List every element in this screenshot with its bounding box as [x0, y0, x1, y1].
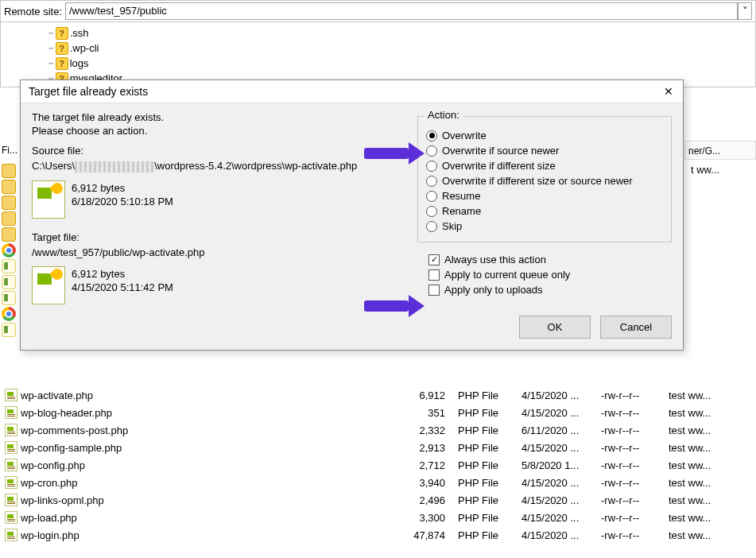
- radio-icon[interactable]: [426, 206, 437, 217]
- action-option[interactable]: Resume: [426, 190, 663, 202]
- file-type: PHP File: [453, 423, 517, 438]
- table-row[interactable]: wp-blog-header.php 351 PHP File 4/15/202…: [0, 404, 756, 421]
- php-file-icon: [5, 441, 17, 454]
- table-row[interactable]: wp-login.php 47,874 PHP File 4/15/2020 .…: [0, 526, 756, 544]
- source-file-path: C:\Users\\wordpress-5.4.2\wordpress\wp-a…: [32, 158, 409, 174]
- action-option-label: Overwrite if different size: [442, 160, 556, 172]
- file-modified: 4/15/2020 ...: [517, 510, 596, 525]
- redacted-text: [75, 161, 154, 172]
- table-row[interactable]: wp-links-opml.php 2,496 PHP File 4/15/20…: [0, 491, 756, 509]
- checkbox-icon[interactable]: [428, 285, 440, 296]
- file-name: wp-load.php: [21, 512, 77, 524]
- table-row[interactable]: wp-config-sample.php 2,913 PHP File 4/15…: [0, 439, 756, 456]
- radio-icon[interactable]: [426, 221, 437, 232]
- action-option[interactable]: Overwrite if different size or source ne…: [426, 175, 663, 187]
- radio-icon[interactable]: [426, 176, 437, 187]
- overwrite-dialog: Target file already exists ✕ The target …: [20, 79, 684, 351]
- file-permissions: -rw-r--r--: [596, 405, 664, 420]
- file-name: wp-comments-post.php: [21, 424, 128, 436]
- check-option[interactable]: Always use this action: [428, 254, 672, 265]
- file-modified: 6/11/2020 ...: [517, 423, 596, 438]
- php-file-icon: [5, 476, 17, 489]
- ok-button[interactable]: OK: [519, 316, 591, 339]
- file-owner: test ww...: [664, 510, 756, 525]
- file-name: wp-activate.php: [21, 389, 93, 401]
- folder-icon: [2, 180, 16, 194]
- file-name: wp-config-sample.php: [21, 442, 122, 454]
- dialog-title: Target file already exists: [29, 85, 148, 98]
- php-file-icon: [5, 511, 17, 524]
- table-row[interactable]: wp-cron.php 3,940 PHP File 4/15/2020 ...…: [0, 474, 756, 491]
- file-permissions: -rw-r--r--: [596, 475, 664, 490]
- check-option[interactable]: Apply to current queue only: [428, 269, 672, 281]
- dialog-message-1: The target file already exists.: [32, 111, 409, 123]
- target-size: 6,912 bytes: [72, 268, 173, 280]
- checkbox-icon[interactable]: [428, 269, 440, 281]
- remote-path-dropdown[interactable]: ˅: [738, 2, 752, 20]
- radio-icon[interactable]: [426, 191, 437, 202]
- check-option[interactable]: Apply only to uploads: [428, 284, 672, 296]
- file-owner: test ww...: [664, 440, 756, 455]
- table-row[interactable]: wp-config.php 2,712 PHP File 5/8/2020 1.…: [0, 456, 756, 474]
- file-permissions: -rw-r--r--: [596, 528, 664, 543]
- file-size: 47,874: [405, 528, 453, 543]
- remote-path-input[interactable]: /www/test_957/public: [65, 2, 738, 20]
- file-type: PHP File: [453, 405, 517, 420]
- file-owner: test ww...: [664, 528, 756, 543]
- file-type: PHP File: [453, 510, 517, 525]
- file-type: PHP File: [453, 493, 517, 508]
- close-icon[interactable]: ✕: [662, 85, 675, 98]
- file-name: wp-login.php: [21, 529, 79, 541]
- file-type: PHP File: [453, 388, 517, 403]
- remote-site-label: Remote site:: [4, 6, 62, 17]
- dialog-message-2: Please choose an action.: [32, 125, 409, 137]
- action-option[interactable]: Overwrite: [426, 130, 663, 141]
- file-size: 2,913: [405, 440, 453, 455]
- file-modified: 5/8/2020 1...: [517, 458, 596, 473]
- file-permissions: -rw-r--r--: [596, 510, 664, 525]
- radio-icon[interactable]: [426, 161, 437, 172]
- action-label: Action:: [425, 109, 463, 121]
- tree-item-label: .wp-cli: [70, 42, 99, 54]
- action-option-label: Skip: [442, 220, 462, 232]
- radio-icon[interactable]: [426, 130, 437, 141]
- file-name: wp-cron.php: [21, 477, 78, 489]
- remote-tree: ⋯?.ssh⋯?.wp-cli⋯?logs⋯?mysqleditor: [0, 22, 756, 87]
- action-option[interactable]: Skip: [426, 220, 663, 232]
- radio-icon[interactable]: [426, 145, 437, 157]
- file-type: PHP File: [453, 528, 517, 543]
- tree-item[interactable]: ⋯?logs: [48, 56, 749, 71]
- action-option[interactable]: Overwrite if source newer: [426, 145, 663, 157]
- notepad-icon: [2, 275, 16, 289]
- checkbox-icon[interactable]: [428, 254, 440, 265]
- php-file-icon: [5, 494, 17, 506]
- action-option-label: Rename: [442, 205, 481, 217]
- file-type: PHP File: [453, 440, 517, 455]
- file-owner: test ww...: [664, 423, 756, 438]
- partial-header: Fi...: [0, 145, 17, 162]
- folder-icon: [2, 227, 16, 242]
- file-name: wp-config.php: [21, 459, 85, 471]
- action-option-label: Overwrite if different size or source ne…: [442, 175, 633, 187]
- action-option[interactable]: Rename: [426, 205, 663, 217]
- file-permissions: -rw-r--r--: [596, 388, 664, 403]
- partial-owner-column: ner/G... t ww...t ww...t ww...t ww...t w…: [684, 141, 756, 180]
- file-size: 3,300: [405, 510, 453, 525]
- cancel-button[interactable]: Cancel: [600, 316, 672, 339]
- file-size: 2,332: [405, 423, 453, 438]
- unknown-folder-icon: ?: [56, 42, 68, 55]
- action-option[interactable]: Overwrite if different size: [426, 160, 663, 172]
- action-option-label: Overwrite: [442, 130, 487, 141]
- file-size: 3,940: [405, 475, 453, 490]
- table-row[interactable]: wp-activate.php 6,912 PHP File 4/15/2020…: [0, 386, 756, 404]
- tree-item[interactable]: ⋯?.wp-cli: [48, 41, 749, 56]
- folder-icon: [2, 196, 16, 210]
- unknown-folder-icon: ?: [56, 27, 68, 40]
- table-row[interactable]: wp-load.php 3,300 PHP File 4/15/2020 ...…: [0, 509, 756, 526]
- source-file-label: Source file:: [32, 145, 409, 157]
- tree-item[interactable]: ⋯?.ssh: [48, 25, 749, 41]
- file-owner: test ww...: [664, 388, 756, 403]
- table-row[interactable]: wp-comments-post.php 2,332 PHP File 6/11…: [0, 421, 756, 439]
- unknown-folder-icon: ?: [56, 57, 68, 70]
- file-permissions: -rw-r--r--: [596, 493, 664, 508]
